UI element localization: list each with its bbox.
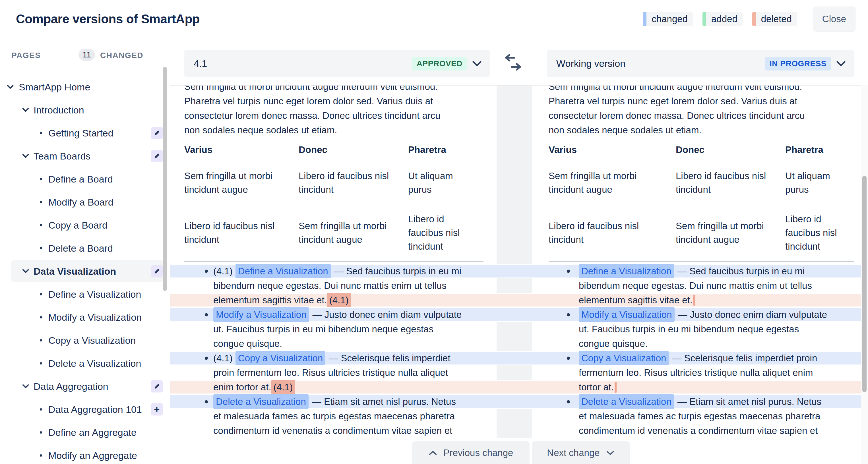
diff-line-text: ut. Faucibus turpis in eu mi bibendum ne…: [579, 323, 799, 336]
diff-line-text: — Scelerisque felis imperdiet proin: [672, 352, 817, 365]
diff-line-text: congue quisque.: [213, 337, 282, 350]
diff-row-changed: (4.1)Define a Visualization— Sed faucibu…: [170, 264, 861, 278]
edit-page-button[interactable]: [151, 150, 163, 162]
sidebar-item-copy-a-board[interactable]: Copy a Board: [0, 214, 170, 237]
sidebar-scrollbar[interactable]: [163, 67, 167, 291]
chevron-down-icon[interactable]: [22, 154, 29, 158]
bullet-icon: [205, 400, 208, 403]
chevron-down-icon[interactable]: [836, 61, 846, 67]
content-scrollbar-track[interactable]: [861, 85, 868, 464]
chevron-down-icon[interactable]: [7, 85, 14, 89]
content-scrollbar-thumb[interactable]: [862, 176, 867, 392]
bullet-icon: [40, 408, 42, 410]
pencil-icon: [154, 383, 160, 390]
added-page-button[interactable]: +: [151, 403, 163, 415]
diff-link[interactable]: Copy a Visualization: [579, 351, 669, 365]
diff-link[interactable]: Copy a Visualization: [236, 351, 326, 365]
right-table-headers: VariusDonecPharetra: [549, 142, 861, 158]
sidebar-item-label: Getting Started: [48, 127, 114, 138]
left-diff-cell: enim tortor at.(4.1): [170, 381, 497, 394]
diff-line-text: bibendum neque egestas. Dui nunc mattis …: [213, 279, 446, 292]
bullet-icon: [40, 293, 42, 296]
diff-link[interactable]: Delete a Visualization: [213, 394, 309, 409]
diff-link[interactable]: Modify a Visualization: [213, 307, 309, 322]
chevron-down-icon[interactable]: [22, 269, 29, 274]
sidebar-item-data-aggregation-101[interactable]: Data Aggregation 101+: [0, 398, 170, 421]
top-header: Compare versions of SmartApp changedadde…: [0, 0, 868, 38]
right-diff-cell: et malesuada fames ac turpis egestas mae…: [532, 409, 861, 423]
sidebar-item-label: Delete a Visualization: [48, 358, 141, 369]
right-diff-cell: Delete a Visualization— Etiam sit amet n…: [532, 395, 861, 408]
diff-line-text: condimentum id venenatis a condimentum v…: [213, 424, 452, 437]
diff-row-plain: proin fermentum leo. Risus ultricies tri…: [170, 365, 861, 380]
sidebar-item-smartapp-home[interactable]: SmartApp Home: [0, 75, 170, 98]
diff-row-plain: ut. Faucibus turpis in eu mi bibendum ne…: [170, 322, 861, 336]
sidebar-item-label: Introduction: [34, 104, 84, 116]
bullet-icon: [40, 178, 42, 180]
pane-gutter: [497, 158, 532, 258]
table-divider-row: [170, 258, 861, 262]
sidebar-item-introduction[interactable]: Introduction: [0, 98, 170, 121]
right-diff-cell: bibendum neque egestas. Dui nunc mattis …: [532, 278, 861, 293]
compare-scroll-area[interactable]: Sem fringilla ut morbi tincidunt augue i…: [170, 85, 861, 464]
diff-link[interactable]: Define a Visualization: [236, 264, 331, 278]
paragraph-line: Pharetra vel turpis nunc eget lorem dolo…: [549, 94, 861, 108]
pages-sidebar: PAGES 11 CHANGED SmartApp HomeIntroducti…: [0, 38, 170, 464]
left-version-status-badge: APPROVED: [412, 57, 467, 70]
previous-change-button[interactable]: Previous change: [412, 441, 530, 464]
diff-line-text: condimentum id venenatis a condimentum v…: [213, 424, 452, 437]
diff-line-text: condimentum id venenatis a condimentum v…: [579, 424, 818, 437]
diff-line-text: Modify a Visualization— Justo donec enim…: [213, 307, 462, 322]
legend-swatch-changed: [643, 12, 646, 26]
chevron-down-icon[interactable]: [22, 384, 29, 389]
edit-page-button[interactable]: [151, 265, 163, 277]
edit-page-button[interactable]: [151, 127, 163, 139]
sidebar-item-label: Define a Visualization: [48, 288, 141, 300]
diff-link[interactable]: Delete a Visualization: [579, 394, 674, 409]
table-body-row: Sem fringilla ut morbi tincidunt augueLi…: [170, 158, 861, 258]
diff-line-text: fermentum leo. Risus ultricies tristique…: [579, 366, 813, 379]
sidebar-item-delete-a-board[interactable]: Delete a Board: [0, 237, 170, 259]
pencil-icon: [154, 130, 160, 136]
diff-row-changed: Delete a Visualization— Etiam sit amet n…: [170, 394, 861, 409]
header-right: changedaddeddeleted Close: [643, 6, 856, 32]
sidebar-item-team-boards[interactable]: Team Boards: [0, 145, 170, 167]
swap-versions-icon[interactable]: [503, 54, 524, 72]
chevron-down-icon: [22, 108, 29, 112]
table-cell: Libero id faucibus nisl tincidunt: [676, 169, 785, 196]
edit-page-button[interactable]: [151, 380, 163, 392]
sidebar-item-modify-a-visualization[interactable]: Modify a Visualization: [0, 306, 170, 329]
chevron-down-icon[interactable]: [472, 61, 482, 67]
left-table-headers: VariusDonecPharetra: [184, 142, 497, 158]
sidebar-item-define-a-visualization[interactable]: Define a Visualization: [0, 283, 170, 306]
left-paragraph: Sem fringilla ut morbi tincidunt augue i…: [184, 85, 497, 137]
right-version-selector[interactable]: Working version IN PROGRESS: [547, 50, 854, 78]
left-version-selector[interactable]: 4.1 APPROVED: [184, 50, 490, 78]
table-cell: Sem fringilla ut morbi tincidunt augue: [676, 219, 785, 247]
sidebar-item-data-aggregation[interactable]: Data Aggregation: [0, 375, 170, 398]
legend-chip-deleted: deleted: [752, 12, 797, 26]
close-button[interactable]: Close: [813, 6, 856, 32]
chevron-down-icon[interactable]: [22, 108, 29, 112]
sidebar-item-delete-a-visualization[interactable]: Delete a Visualization: [0, 352, 170, 375]
chevron-down-icon: [22, 269, 29, 274]
next-change-button[interactable]: Next change: [532, 441, 630, 464]
sidebar-item-modify-an-aggregate[interactable]: Modify an Aggregate: [0, 444, 170, 464]
diff-line-text: congue quisque.: [213, 337, 282, 350]
diff-line-text: elementum sagittis vitae et.(4.1): [213, 293, 351, 307]
bullet-icon: [40, 316, 42, 318]
diff-link[interactable]: Modify a Visualization: [579, 307, 675, 322]
left-diff-cell: bibendum neque egestas. Dui nunc mattis …: [170, 278, 497, 293]
diff-line-text: proin fermentum leo. Risus ultricies tri…: [213, 366, 448, 379]
sidebar-item-modify-a-board[interactable]: Modify a Board: [0, 190, 170, 214]
left-diff-cell: et malesuada fames ac turpis egestas mae…: [170, 409, 497, 423]
sidebar-item-define-a-board[interactable]: Define a Board: [0, 167, 170, 190]
sidebar-item-getting-started[interactable]: Getting Started: [0, 121, 170, 145]
sidebar-item-copy-a-visualization[interactable]: Copy a Visualization: [0, 329, 170, 352]
right-diff-cell: congue quisque.: [532, 336, 861, 351]
sidebar-item-data-visualization[interactable]: Data Visualization: [0, 259, 170, 283]
diff-line-text: et malesuada fames ac turpis egestas mae…: [579, 410, 820, 423]
sidebar-item-define-an-aggregate[interactable]: Define an Aggregate: [0, 421, 170, 444]
diff-line-text: enim tortor at.: [213, 381, 271, 394]
diff-link[interactable]: Define a Visualization: [579, 264, 674, 278]
